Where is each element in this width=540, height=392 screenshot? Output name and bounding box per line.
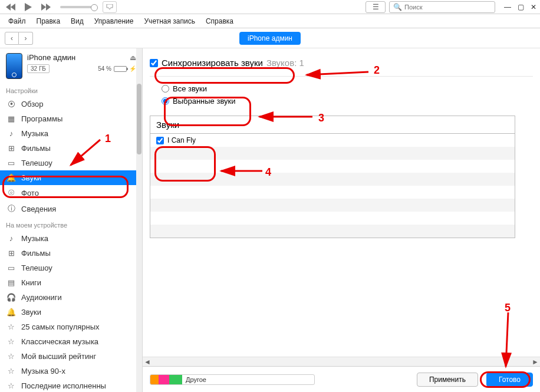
sidebar-device-item[interactable]: ☆Музыка 90-х [0,364,142,378]
sidebar-item-label: Музыка [21,234,48,243]
sidebar-device-item[interactable]: ♪Музыка [0,231,142,246]
sidebar-device-item[interactable]: ▭Телешоу [0,261,142,275]
scroll-right-icon[interactable]: ► [531,357,540,367]
menu-help[interactable]: Справка [201,15,238,27]
sounds-panel: Звуки I Can Fly [150,116,515,238]
sidebar-settings-item[interactable]: ▭Телешоу [0,156,142,170]
sidebar-device-item[interactable]: ⊞Фильмы [0,246,142,261]
forward-button[interactable]: › [19,32,33,45]
sidebar-item-label: Классическая музыка [21,337,98,346]
sound-row[interactable] [150,225,515,238]
bottom-bar: Другое Применить Готово [143,366,540,392]
volume-slider[interactable] [60,6,96,8]
prev-button[interactable] [2,1,19,13]
titlebar: ☰ 🔍 — ▢ ✕ [0,0,540,14]
sidebar-item-label: Телешоу [21,159,52,167]
sidebar-item-icon: ▭ [6,263,17,272]
sidebar-device-item[interactable]: ▤Книги [0,275,142,290]
sidebar-device-item[interactable]: 🎧Аудиокниги [0,290,142,305]
sidebar-device-item[interactable]: ☆25 самых популярных [0,319,142,334]
sidebar-settings-item[interactable]: ⦿Обзор [0,97,142,111]
sound-row[interactable] [150,199,515,212]
play-button[interactable] [20,1,37,13]
sidebar-item-label: Звуки [21,173,41,182]
airplay-button[interactable] [103,1,117,13]
sidebar-item-label: Программы [21,114,62,123]
radio-selected-label: Выбранные звуки [173,97,236,106]
device-pill[interactable]: iPhone админ [239,32,301,45]
apply-button[interactable]: Применить [417,373,478,387]
menu-edit[interactable]: Правка [32,15,65,27]
sidebar-settings-item[interactable]: ⊞Фильмы [0,141,142,156]
sidebar-item-icon: ⓘ [6,203,17,214]
sound-row[interactable] [150,160,515,173]
section-settings-title: Настройки [0,83,142,97]
nav-bar: ‹ › iPhone админ [0,28,540,48]
sidebar-item-label: Музыка 90-х [21,367,65,375]
content-pane: Синхронизировать звуки Звуков: 1 Все зву… [143,48,540,392]
sidebar-item-icon: ♪ [6,129,17,138]
done-button[interactable]: Готово [486,373,533,387]
sync-sounds-label: Синхронизировать звуки [162,58,263,68]
sidebar-device-item[interactable]: 🔔Звуки [0,305,142,319]
sounds-panel-header: Звуки [150,116,515,133]
sidebar-settings-item[interactable]: ▦Программы [0,111,142,126]
menu-controls[interactable]: Управление [90,15,139,27]
storage-usage-bar: Другое [150,374,315,385]
sound-checkbox[interactable] [156,137,164,144]
sidebar-settings-item[interactable]: ⦾Фото [0,185,142,200]
sound-row[interactable] [150,147,515,160]
next-button[interactable] [38,1,54,13]
charging-icon: ⚡ [129,65,136,72]
sidebar-item-icon: 🎧 [6,293,17,302]
battery-icon [114,66,127,72]
sync-sounds-checkbox[interactable] [150,59,158,67]
sidebar-item-label: Фильмы [21,144,51,153]
sidebar-device-item[interactable]: ☆Классическая музыка [0,334,142,349]
sidebar-device-item[interactable]: ☆Последние исполненны [0,378,142,392]
radio-all-label: Все звуки [173,84,207,93]
eject-button[interactable]: ⏏ [130,54,136,62]
sidebar-scrollbar[interactable] [136,48,142,392]
sidebar-settings-item[interactable]: ⓘСведения [0,200,142,217]
sidebar-item-label: Мой высший рейтинг [21,352,96,361]
sidebar-item-icon: ♪ [6,234,17,243]
search-field[interactable]: 🔍 [389,1,495,13]
sync-mode-group: Все звуки Выбранные звуки [150,77,533,116]
close-button[interactable]: ✕ [528,2,539,12]
sidebar-item-label: Фильмы [21,249,51,258]
menu-account[interactable]: Учетная запись [140,15,200,27]
sidebar: iPhone админ ⏏ 32 ГБ 54 % ⚡ Настройки ⦿О… [0,48,143,392]
back-button[interactable]: ‹ [5,32,19,45]
menu-file[interactable]: Файл [4,15,31,27]
sidebar-item-icon: ☆ [6,367,17,375]
sidebar-item-icon: 🔔 [6,308,17,317]
battery-status: 54 % ⚡ [98,65,136,72]
sidebar-device-item[interactable]: ☆Мой высший рейтинг [0,349,142,364]
sidebar-item-icon: ⦿ [6,100,17,108]
radio-selected-sounds[interactable]: Выбранные звуки [162,95,533,107]
radio-all-sounds[interactable]: Все звуки [162,83,533,95]
sound-name: I Can Fly [167,136,196,144]
sidebar-item-label: Обзор [21,100,44,108]
playback-controls [2,1,117,13]
minimize-button[interactable]: — [502,2,513,12]
section-device-title: На моем устройстве [0,217,142,231]
search-input[interactable] [404,4,491,11]
sidebar-settings-item[interactable]: 🔔Звуки [0,170,142,185]
sidebar-item-label: Телешоу [21,263,52,272]
scroll-left-icon[interactable]: ◄ [143,357,152,367]
sound-row[interactable] [150,186,515,199]
sound-row[interactable] [150,212,515,225]
menu-view[interactable]: Вид [66,15,88,27]
list-view-button[interactable]: ☰ [366,1,386,13]
sidebar-item-icon: ⊞ [6,144,17,153]
content-hscrollbar[interactable]: ◄ ► [143,357,540,366]
maximize-button[interactable]: ▢ [515,2,526,12]
sidebar-settings-item[interactable]: ♪Музыка [0,126,142,141]
sound-row[interactable] [150,173,515,186]
search-icon: 🔍 [393,3,402,11]
sound-row[interactable]: I Can Fly [150,134,515,147]
sidebar-item-label: 25 самых популярных [21,322,100,331]
sidebar-item-icon: ▤ [6,278,17,287]
